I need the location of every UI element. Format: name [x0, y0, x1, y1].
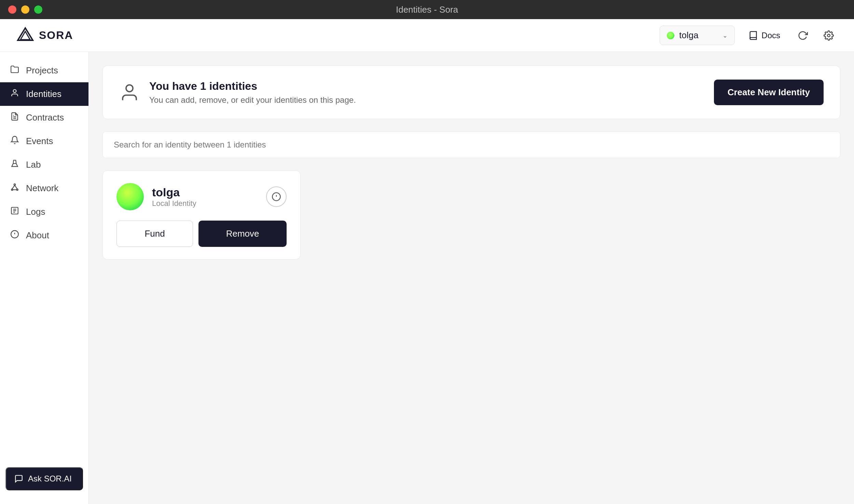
identity-card-actions: Fund Remove [116, 221, 287, 247]
topbar-right: tolga ⌄ Docs [660, 26, 838, 45]
refresh-icon [798, 30, 808, 41]
svg-point-2 [827, 34, 830, 37]
ask-sorai-label: Ask SOR.AI [28, 474, 72, 484]
ask-sorai-button[interactable]: Ask SOR.AI [5, 467, 83, 490]
settings-icon [824, 30, 834, 41]
network-icon [10, 183, 20, 194]
chat-icon [14, 474, 23, 483]
identity-avatar [116, 183, 144, 210]
sidebar-item-label: Identities [26, 89, 61, 99]
refresh-button[interactable] [794, 27, 812, 44]
sidebar-item-logs[interactable]: Logs [0, 200, 88, 224]
identity-card: tolga Local Identity Fund Remove [102, 170, 301, 260]
projects-icon [10, 65, 20, 76]
identity-info: tolga Local Identity [152, 186, 196, 208]
events-icon [10, 136, 20, 147]
svg-point-6 [14, 184, 15, 185]
sidebar-item-identities[interactable]: Identities [0, 82, 88, 106]
sidebar-item-label: Network [26, 183, 58, 194]
sidebar-item-label: About [26, 230, 49, 241]
docs-button[interactable]: Docs [743, 27, 786, 44]
sidebar-item-label: Projects [26, 65, 58, 76]
sidebar-item-label: Events [26, 136, 53, 146]
sidebar-item-events[interactable]: Events [0, 129, 88, 153]
identity-name: tolga [152, 186, 196, 199]
identity-selector[interactable]: tolga ⌄ [660, 26, 735, 45]
info-card: You have 1 identities You can add, remov… [102, 66, 840, 119]
remove-button[interactable]: Remove [198, 221, 287, 247]
identities-icon [10, 88, 20, 100]
window-title: Identities - Sora [396, 4, 458, 15]
sidebar-item-projects[interactable]: Projects [0, 59, 88, 82]
identity-card-header: tolga Local Identity [116, 183, 287, 210]
logo-text: SORA [39, 29, 73, 42]
traffic-lights [8, 5, 42, 14]
identity-dot-icon [667, 32, 674, 39]
about-icon [10, 230, 20, 241]
sidebar-item-contracts[interactable]: Contracts [0, 106, 88, 129]
logs-icon [10, 206, 20, 218]
identity-selector-name: tolga [679, 30, 718, 41]
main-content: Projects Identities Contracts Events [0, 52, 854, 504]
close-button[interactable] [8, 5, 16, 14]
sidebar-item-label: Lab [26, 159, 41, 170]
topbar: SORA tolga ⌄ Docs [0, 19, 854, 52]
identity-type: Local Identity [152, 199, 196, 208]
sidebar-item-lab[interactable]: Lab [0, 153, 88, 177]
sidebar: Projects Identities Contracts Events [0, 52, 89, 504]
svg-point-3 [13, 89, 16, 93]
maximize-button[interactable] [34, 5, 42, 14]
book-icon [748, 31, 758, 40]
settings-button[interactable] [820, 27, 838, 44]
person-icon [119, 82, 140, 103]
info-text: You have 1 identities You can add, remov… [149, 80, 356, 105]
create-new-identity-button[interactable]: Create New Identity [714, 80, 824, 105]
sidebar-item-network[interactable]: Network [0, 177, 88, 200]
fund-button[interactable]: Fund [116, 221, 193, 247]
logo-icon [16, 27, 34, 44]
svg-line-10 [15, 185, 17, 189]
svg-line-9 [12, 185, 15, 189]
logo-area: SORA [16, 27, 73, 44]
info-card-left: You have 1 identities You can add, remov… [119, 80, 356, 105]
app-window: SORA tolga ⌄ Docs [0, 19, 854, 504]
sidebar-item-label: Logs [26, 207, 45, 217]
search-input[interactable] [102, 131, 840, 158]
svg-marker-0 [18, 28, 33, 40]
info-circle-button[interactable] [266, 186, 287, 207]
lab-icon [10, 159, 20, 170]
svg-point-19 [126, 85, 133, 92]
page-area: You have 1 identities You can add, remov… [89, 52, 854, 504]
sidebar-bottom: Ask SOR.AI [0, 460, 88, 497]
sidebar-item-label: Contracts [26, 112, 64, 123]
minimize-button[interactable] [21, 5, 29, 14]
docs-label: Docs [761, 31, 780, 40]
sidebar-item-about[interactable]: About [0, 224, 88, 247]
chevron-down-icon: ⌄ [722, 32, 728, 39]
contracts-icon [10, 112, 20, 123]
titlebar: Identities - Sora [0, 0, 854, 19]
info-icon [272, 192, 281, 201]
info-subtext: You can add, remove, or edit your identi… [149, 95, 356, 105]
info-heading: You have 1 identities [149, 80, 356, 93]
